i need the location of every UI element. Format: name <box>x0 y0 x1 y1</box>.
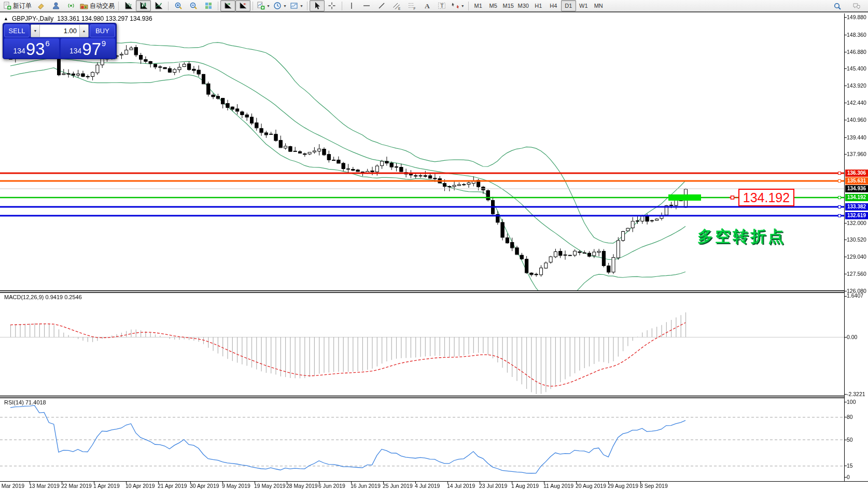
price-tick-label: 145.400 <box>847 65 866 72</box>
indicators-icon <box>257 2 265 10</box>
rsi-scale-label: 100 <box>847 399 856 405</box>
cursor-button[interactable] <box>310 0 325 11</box>
fibo-icon: F <box>408 2 416 10</box>
trendline-button[interactable] <box>374 0 389 11</box>
text-button[interactable]: A <box>419 0 435 11</box>
buy-button[interactable]: BUY <box>90 24 115 37</box>
tf-h1[interactable]: H1 <box>531 0 546 11</box>
tf-h1-label: H1 <box>535 3 542 9</box>
tf-m1[interactable]: M1 <box>471 0 486 11</box>
autotrading-button[interactable]: 自动交易 <box>78 0 116 11</box>
arrows-button[interactable]: ▼ <box>450 0 466 11</box>
candlestick-button[interactable] <box>136 0 151 11</box>
price-tick-label: 140.960 <box>847 117 866 123</box>
periods-button[interactable]: ▼ <box>272 0 288 11</box>
new-order-button[interactable]: 新订单 <box>2 0 33 11</box>
collapse-panel-icon[interactable]: ▲ <box>4 16 8 21</box>
auto-scroll-button[interactable] <box>220 0 235 11</box>
sell-price-prefix: 134 <box>13 47 25 55</box>
vline-button[interactable] <box>344 0 359 11</box>
crosshair-button[interactable] <box>325 0 340 11</box>
tf-d1[interactable]: D1 <box>561 0 576 11</box>
tf-m15[interactable]: M15 <box>501 0 516 11</box>
bar-chart-button[interactable] <box>121 0 136 11</box>
date-tick-label: 13 Mar 2019 <box>29 483 60 489</box>
trendline-icon <box>377 2 386 10</box>
tf-m30[interactable]: M30 <box>516 0 531 11</box>
zoom-out-button[interactable] <box>186 0 201 11</box>
sell-button[interactable]: SELL <box>4 24 30 37</box>
toolbar-separator <box>118 2 119 10</box>
annotation-cn-text[interactable]: 多空转折点 <box>697 226 786 247</box>
volume-increase-button[interactable]: ▲ <box>79 25 88 37</box>
toolbar-right <box>830 1 864 11</box>
templates-button[interactable]: ▼ <box>288 0 305 11</box>
tf-h4-label: H4 <box>550 3 557 9</box>
chart-title: ▲ GBPJPY-,Daily 133.361 134.980 133.297 … <box>4 15 152 22</box>
price-tick-label: 137.960 <box>847 151 866 157</box>
chat-icon <box>852 2 861 10</box>
label-icon: T <box>438 2 446 10</box>
price-annotation-text: 134.192 <box>743 190 790 205</box>
tf-m5[interactable]: M5 <box>486 0 501 11</box>
profile-button[interactable] <box>48 0 63 11</box>
date-tick-label: 8 Sep 2019 <box>640 483 668 489</box>
label-button[interactable]: T <box>435 0 450 11</box>
macd-scale-label: 1.6407 <box>847 292 863 299</box>
price-tick-label: 142.440 <box>847 100 866 106</box>
date-tick-label: 28 May 2019 <box>286 483 318 489</box>
date-tick-label: 4 Mar 2019 <box>0 483 24 489</box>
zoom-out-icon <box>189 2 198 10</box>
vline-icon <box>347 2 356 10</box>
tf-w1-label: W1 <box>579 3 588 9</box>
crosshair-icon <box>328 2 336 10</box>
channel-icon: E <box>393 2 401 10</box>
level-price-tag: 132.619 <box>845 212 868 219</box>
price-tick-label: 139.440 <box>847 134 866 141</box>
chat-button[interactable] <box>849 1 864 12</box>
date-tick-label: 1 Apr 2019 <box>93 483 120 489</box>
one-click-trade-panel: SELL ▼ ▲ BUY 134936 134979 <box>3 23 117 59</box>
svg-text:F: F <box>414 7 416 10</box>
toolbar-separator <box>253 2 253 10</box>
tf-w1[interactable]: W1 <box>576 0 591 11</box>
volume-control: ▼ ▲ <box>31 24 89 37</box>
svg-text:A: A <box>425 2 430 10</box>
signals-button[interactable] <box>63 0 78 11</box>
channel-button[interactable]: E <box>389 0 404 11</box>
symbol-search-button[interactable] <box>830 1 845 12</box>
level-price-tag: 135.631 <box>845 177 868 185</box>
date-tick-label: 16 Jun 2019 <box>351 483 381 489</box>
fibonacci-button[interactable]: F <box>404 0 419 11</box>
date-tick-label: 20 Aug 2019 <box>576 483 606 489</box>
date-tick-label: 21 Apr 2019 <box>158 483 187 489</box>
candlestick-icon <box>139 2 148 10</box>
buy-price-display[interactable]: 134979 <box>61 38 116 58</box>
tf-h4[interactable]: H4 <box>546 0 561 11</box>
sell-price-display[interactable]: 134936 <box>4 38 59 58</box>
tile-windows-button[interactable] <box>201 0 216 11</box>
styler-button[interactable] <box>33 0 48 11</box>
rsi-indicator-label: RSI(14) 71.4018 <box>4 399 46 405</box>
chart-shift-button[interactable] <box>235 0 250 11</box>
price-annotation-box[interactable]: 134.192 <box>738 189 794 206</box>
rsi-scale-label: 80 <box>847 414 853 420</box>
hline-button[interactable] <box>359 0 374 11</box>
date-tick-label: 22 Mar 2019 <box>61 483 92 489</box>
line-chart-button[interactable] <box>151 0 166 11</box>
current-price-tag: 134.936 <box>845 185 868 192</box>
tf-mn[interactable]: MN <box>591 0 606 11</box>
auto-scroll-icon <box>224 2 232 10</box>
indicators-button[interactable]: ▼ <box>255 0 272 11</box>
date-tick-label: 30 Apr 2019 <box>190 483 219 489</box>
tf-m15-label: M15 <box>503 3 514 9</box>
volume-decrease-button[interactable]: ▼ <box>31 25 40 37</box>
zoom-in-button[interactable] <box>171 0 186 11</box>
date-tick-label: 25 Jun 2019 <box>383 483 413 489</box>
toolbar-separator <box>342 2 342 10</box>
date-tick-label: 4 Jul 2019 <box>415 483 440 489</box>
volume-input[interactable] <box>40 25 79 37</box>
price-tick-label: 127.560 <box>847 271 866 277</box>
level-price-tag: 136.306 <box>845 170 868 177</box>
buy-price-prefix: 134 <box>69 47 81 55</box>
